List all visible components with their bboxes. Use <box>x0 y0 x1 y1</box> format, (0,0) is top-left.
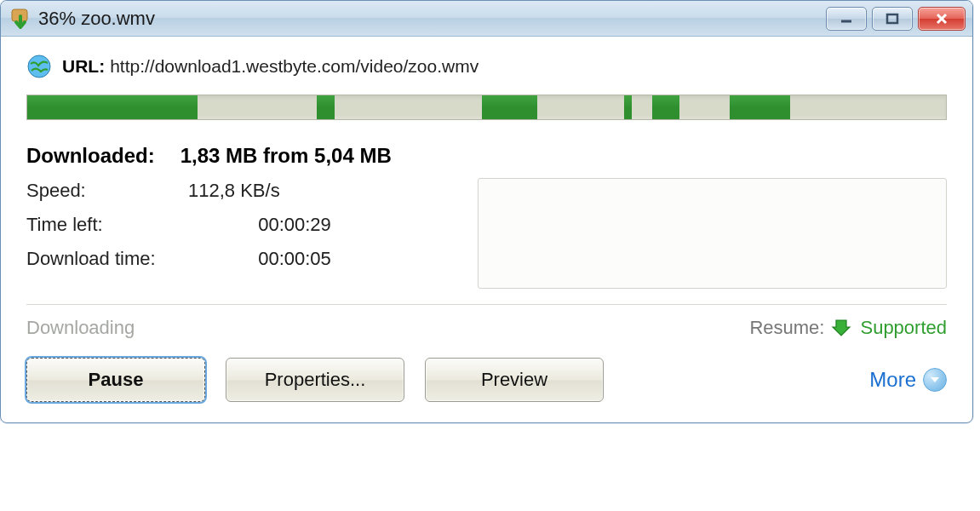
globe-icon <box>26 54 52 79</box>
progress-segment-filled <box>652 95 679 119</box>
download-app-icon <box>9 8 32 30</box>
url-row: URL: http://download1.westbyte.com/video… <box>26 54 947 79</box>
dltime-label: Download time: <box>26 248 188 270</box>
status-text: Downloading <box>26 317 135 339</box>
dialog-body: URL: http://download1.westbyte.com/video… <box>1 37 972 422</box>
chevron-down-icon <box>923 368 947 392</box>
progress-segment-empty <box>335 95 482 119</box>
minimize-button[interactable] <box>826 7 867 31</box>
progress-segment-filled <box>482 95 537 119</box>
svg-point-5 <box>28 55 50 78</box>
button-row: Pause Properties... Preview More <box>26 358 947 402</box>
properties-button[interactable]: Properties... <box>226 358 404 402</box>
progress-segment-filled <box>317 95 335 119</box>
progress-segment-empty <box>632 95 652 119</box>
dltime-value: 00:00:05 <box>188 248 401 270</box>
stats-column: Speed: 112,8 KB/s Time left: 00:00:29 Do… <box>26 180 444 282</box>
speed-label: Speed: <box>26 180 188 202</box>
window-title: 36% zoo.wmv <box>38 8 826 30</box>
download-dialog-window: 36% zoo.wmv URL: http://download1.westby… <box>0 0 973 423</box>
downloaded-label: Downloaded: <box>26 144 155 168</box>
url-value: http://download1.westbyte.com/video/zoo.… <box>110 56 479 77</box>
url-label: URL: <box>62 56 105 77</box>
speed-value: 112,8 KB/s <box>188 180 401 202</box>
speed-stat: Speed: 112,8 KB/s <box>26 180 444 202</box>
progress-segment-filled <box>624 95 632 119</box>
resume-supported-icon <box>831 318 851 338</box>
resume-value: Supported <box>860 317 947 339</box>
downloaded-row: Downloaded: 1,83 MB from 5,04 MB <box>26 144 947 168</box>
progress-segment-empty <box>537 95 625 119</box>
close-button[interactable] <box>918 7 966 31</box>
timeleft-label: Time left: <box>26 214 188 236</box>
titlebar[interactable]: 36% zoo.wmv <box>1 1 972 37</box>
progress-segment-filled <box>27 95 198 119</box>
timeleft-stat: Time left: 00:00:29 <box>26 214 444 236</box>
stats-row: Speed: 112,8 KB/s Time left: 00:00:29 Do… <box>26 180 947 289</box>
timeleft-value: 00:00:29 <box>188 214 401 236</box>
svg-rect-2 <box>887 14 897 23</box>
status-row: Downloading Resume: Supported <box>26 317 947 339</box>
dltime-stat: Download time: 00:00:05 <box>26 248 444 270</box>
resume-label: Resume: <box>749 317 824 339</box>
window-controls <box>826 7 966 31</box>
more-label: More <box>869 368 916 392</box>
separator <box>26 304 947 305</box>
info-pane <box>478 178 947 289</box>
progress-segment-empty <box>679 95 730 119</box>
downloaded-value: 1,83 MB from 5,04 MB <box>181 144 392 168</box>
progress-segment-empty <box>790 95 946 119</box>
progress-segment-empty <box>198 95 317 119</box>
progress-bar <box>26 95 947 120</box>
maximize-button[interactable] <box>872 7 913 31</box>
pause-button[interactable]: Pause <box>26 358 205 402</box>
progress-segment-filled <box>730 95 789 119</box>
more-link[interactable]: More <box>869 368 947 392</box>
preview-button[interactable]: Preview <box>425 358 604 402</box>
